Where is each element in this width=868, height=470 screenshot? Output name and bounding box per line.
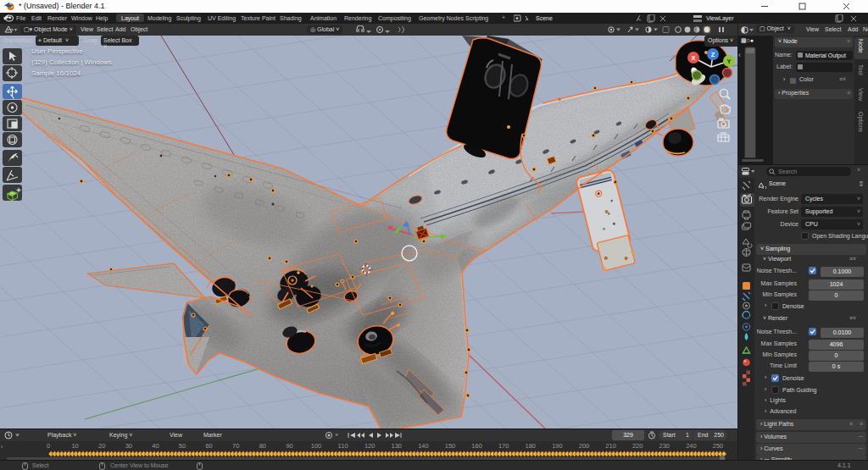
svg-text:50: 50 <box>179 442 186 450</box>
svg-text:Z: Z <box>711 51 715 58</box>
svg-text:180: 180 <box>526 442 537 450</box>
svg-text:20: 20 <box>98 442 105 450</box>
svg-text:70: 70 <box>232 442 239 450</box>
svg-text:190: 190 <box>552 442 563 450</box>
svg-text:250: 250 <box>713 442 724 450</box>
svg-text:210: 210 <box>605 442 616 450</box>
svg-text:40: 40 <box>152 442 159 450</box>
svg-text:220: 220 <box>632 442 643 450</box>
svg-text:230: 230 <box>659 442 670 450</box>
svg-text:110: 110 <box>338 442 348 450</box>
svg-text:100: 100 <box>311 442 322 450</box>
svg-text:0: 0 <box>47 442 50 450</box>
svg-text:30: 30 <box>125 442 132 450</box>
svg-text:140: 140 <box>418 442 429 450</box>
svg-text:120: 120 <box>364 442 376 450</box>
svg-text:X: X <box>691 54 695 62</box>
svg-text:80: 80 <box>259 442 266 450</box>
svg-text:200: 200 <box>579 442 590 450</box>
svg-text:10: 10 <box>71 442 78 450</box>
svg-text:170: 170 <box>498 442 509 450</box>
svg-text:130: 130 <box>392 442 403 450</box>
svg-text:90: 90 <box>286 442 292 450</box>
svg-text:60: 60 <box>205 442 212 450</box>
svg-text:160: 160 <box>471 442 482 450</box>
svg-text:Y: Y <box>726 58 731 65</box>
svg-text:240: 240 <box>686 442 697 450</box>
svg-text:150: 150 <box>445 442 456 450</box>
